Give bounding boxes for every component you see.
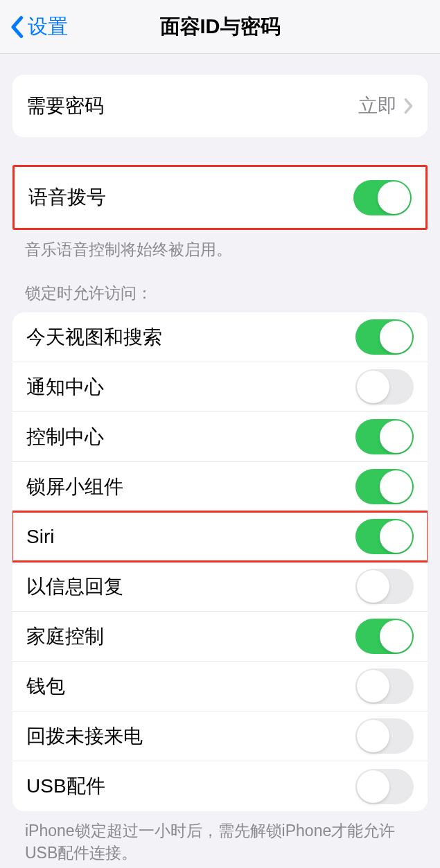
group-voice-dial: 语音拨号 (12, 165, 428, 230)
toggle-knob-icon (357, 570, 389, 603)
allow-access-item-label: 控制中心 (26, 424, 104, 450)
voice-dial-toggle[interactable] (353, 180, 412, 215)
allow-access-item-toggle[interactable] (355, 668, 414, 704)
back-label: 设置 (28, 13, 68, 41)
allow-access-item-toggle[interactable] (355, 519, 414, 554)
row-allow-access-item: 家庭控制 (12, 612, 428, 662)
toggle-knob-icon (380, 520, 412, 553)
toggle-knob-icon (357, 770, 389, 803)
allow-access-item-toggle[interactable] (355, 769, 414, 804)
page-title: 面容ID与密码 (160, 13, 281, 41)
allow-access-item-toggle[interactable] (355, 319, 414, 355)
allow-access-footer: iPhone锁定超过一小时后，需先解锁iPhone才能允许USB配件连接。 (0, 811, 440, 864)
toggle-knob-icon (380, 321, 412, 353)
require-passcode-label: 需要密码 (26, 93, 104, 119)
allow-access-item-toggle[interactable] (355, 569, 414, 604)
row-require-passcode[interactable]: 需要密码 立即 (12, 75, 428, 137)
row-allow-access-item: 今天视图和搜索 (12, 312, 428, 362)
row-allow-access-item: 锁屏小组件 (12, 462, 428, 512)
allow-access-item-label: 锁屏小组件 (26, 474, 123, 500)
allow-access-item-label: 家庭控制 (26, 623, 104, 650)
require-passcode-value: 立即 (358, 93, 397, 119)
row-allow-access-item: USB配件 (12, 761, 428, 811)
allow-access-item-toggle[interactable] (355, 619, 414, 654)
voice-dial-footer: 音乐语音控制将始终被启用。 (0, 230, 440, 260)
row-allow-access-item: 回拨未接来电 (12, 711, 428, 761)
toggle-knob-icon (380, 470, 412, 503)
row-right: 立即 (358, 93, 414, 119)
group-require-passcode: 需要密码 立即 (12, 75, 428, 137)
back-button[interactable]: 设置 (0, 13, 68, 41)
allow-access-item-label: USB配件 (26, 773, 105, 799)
allow-access-item-label: 回拨未接来电 (26, 723, 143, 750)
chevron-right-icon (404, 98, 414, 114)
allow-access-item-label: 以信息回复 (26, 574, 123, 600)
allow-access-item-toggle[interactable] (355, 469, 414, 504)
toggle-knob-icon (357, 670, 389, 702)
toggle-knob-icon (357, 371, 389, 403)
toggle-knob-icon (380, 420, 412, 453)
row-allow-access-item: 控制中心 (12, 412, 428, 462)
toggle-knob-icon (378, 181, 410, 214)
nav-header: 设置 面容ID与密码 (0, 0, 440, 54)
allow-access-item-label: Siri (26, 526, 54, 548)
row-allow-access-item: 以信息回复 (12, 562, 428, 612)
allow-access-item-label: 今天视图和搜索 (26, 324, 162, 351)
allow-access-header: 锁定时允许访问： (0, 278, 440, 307)
allow-access-item-label: 钱包 (26, 673, 65, 700)
row-voice-dial: 语音拨号 (15, 167, 425, 228)
row-allow-access-item: 通知中心 (12, 362, 428, 412)
toggle-knob-icon (380, 620, 412, 653)
group-allow-access: 今天视图和搜索通知中心控制中心锁屏小组件Siri以信息回复家庭控制钱包回拨未接来… (12, 312, 428, 811)
chevron-left-icon (10, 15, 24, 39)
row-allow-access-item: 钱包 (12, 662, 428, 711)
allow-access-item-toggle[interactable] (355, 718, 414, 754)
row-allow-access-item: Siri (12, 512, 428, 562)
allow-access-item-toggle[interactable] (355, 419, 414, 454)
voice-dial-label: 语音拨号 (28, 184, 106, 211)
allow-access-item-label: 通知中心 (26, 374, 104, 400)
allow-access-item-toggle[interactable] (355, 369, 414, 405)
toggle-knob-icon (357, 720, 389, 752)
